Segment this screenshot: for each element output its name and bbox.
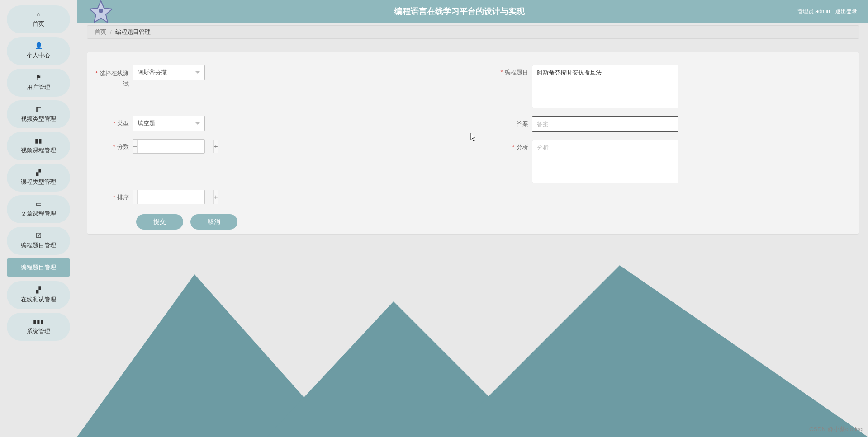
- submit-button[interactable]: 提交: [136, 214, 183, 230]
- sidebar-item-label: 编程题目管理: [21, 241, 56, 249]
- question-textarea[interactable]: [532, 65, 678, 108]
- sidebar-item-label: 用户管理: [27, 83, 50, 91]
- sidebar-item-label: 视频类型管理: [21, 115, 56, 123]
- sidebar-item-label: 系统管理: [27, 327, 50, 335]
- sidebar-item-label: 课程类型管理: [21, 178, 56, 186]
- header-decoration: [77, 0, 122, 23]
- select-value: 阿斯蒂芬撒: [138, 68, 167, 76]
- score-increment[interactable]: +: [213, 140, 218, 153]
- svg-point-1: [99, 9, 103, 13]
- label-order: 排序: [92, 190, 133, 202]
- sidebar-item-label: 视频课程管理: [21, 146, 56, 155]
- breadcrumb: 首页 / 编程题目管理: [87, 25, 859, 39]
- home-icon: ⌂: [37, 11, 40, 17]
- order-stepper[interactable]: − +: [133, 190, 205, 204]
- sidebar-subitem-problem-mgmt[interactable]: 编程题目管理: [7, 258, 70, 277]
- order-increment[interactable]: +: [213, 190, 218, 204]
- breadcrumb-home[interactable]: 首页: [95, 28, 106, 36]
- sidebar-item-profile[interactable]: 👤 个人中心: [7, 37, 70, 65]
- book-icon: ▮▮: [35, 137, 42, 144]
- select-value: 填空题: [138, 119, 155, 127]
- mountain-decoration: [77, 247, 868, 437]
- sidebar-item-video-type[interactable]: ▦ 视频类型管理: [7, 100, 70, 128]
- sidebar-item-article-course[interactable]: ▭ 文章课程管理: [7, 195, 70, 223]
- sidebar-item-label: 在线测试管理: [21, 296, 56, 304]
- logout-link[interactable]: 退出登录: [835, 8, 857, 15]
- sidebar-item-online-test[interactable]: ▞ 在线测试管理: [7, 281, 70, 309]
- page-title: 编程语言在线学习平台的设计与实现: [122, 6, 797, 17]
- sidebar-item-problem-mgmt[interactable]: ☑ 编程题目管理: [7, 227, 70, 255]
- order-decrement[interactable]: −: [133, 190, 138, 204]
- score-stepper[interactable]: − +: [133, 139, 205, 154]
- sidebar-item-system[interactable]: ▮▮▮ 系统管理: [7, 313, 70, 341]
- svg-marker-2: [77, 274, 339, 437]
- sidebar-item-course-type[interactable]: ▞ 课程类型管理: [7, 164, 70, 192]
- sidebar-item-label: 文章课程管理: [21, 210, 56, 218]
- label-question: 编程题目: [491, 65, 532, 76]
- sidebar-item-label: 首页: [33, 20, 44, 28]
- analysis-textarea-wrap: [532, 140, 678, 183]
- watermark: CSDN @小蔡coding: [809, 425, 863, 433]
- answer-input[interactable]: [537, 117, 665, 131]
- flag-icon: ⚑: [36, 74, 42, 80]
- answer-input-wrap: [532, 116, 678, 132]
- score-decrement[interactable]: −: [133, 140, 138, 153]
- label-analysis: 分析: [491, 140, 532, 151]
- label-type: 类型: [92, 116, 133, 127]
- bars-icon: ▮▮▮: [33, 318, 44, 324]
- breadcrumb-separator: /: [110, 29, 112, 36]
- sidebar: ⌂ 首页 👤 个人中心 ⚑ 用户管理 ▦ 视频类型管理 ▮▮ 视频课程管理 ▞ …: [0, 0, 77, 437]
- sidebar-item-video-course[interactable]: ▮▮ 视频课程管理: [7, 132, 70, 160]
- cancel-button[interactable]: 取消: [190, 214, 237, 230]
- score-input[interactable]: [138, 140, 213, 153]
- order-input[interactable]: [138, 190, 213, 204]
- user-icon: 👤: [35, 42, 43, 49]
- sidebar-subitem-label: 编程题目管理: [21, 263, 56, 272]
- svg-marker-4: [448, 265, 868, 437]
- grid-icon: ▦: [36, 106, 42, 112]
- header-right: 管理员 admin 退出登录: [797, 8, 868, 15]
- sidebar-item-user-mgmt[interactable]: ⚑ 用户管理: [7, 69, 70, 97]
- label-answer: 答案: [491, 116, 532, 128]
- header: 编程语言在线学习平台的设计与实现 管理员 admin 退出登录: [77, 0, 868, 23]
- label-select-test: 选择在线测试: [92, 65, 133, 89]
- check-icon: ☑: [36, 232, 42, 239]
- flower-icon: [85, 0, 117, 23]
- select-type[interactable]: 填空题: [133, 116, 205, 131]
- admin-label[interactable]: 管理员 admin: [797, 8, 830, 15]
- tiles-icon: ▞: [36, 169, 41, 175]
- tiles-icon: ▞: [36, 287, 41, 293]
- briefcase-icon: ▭: [36, 201, 42, 207]
- breadcrumb-current: 编程题目管理: [115, 28, 151, 36]
- form-panel: 选择在线测试 阿斯蒂芬撒 类型 填空题 分数 − +: [87, 52, 859, 235]
- select-online-test[interactable]: 阿斯蒂芬撒: [133, 65, 205, 80]
- sidebar-item-label: 个人中心: [27, 52, 50, 60]
- analysis-textarea[interactable]: [532, 140, 678, 183]
- sidebar-item-home[interactable]: ⌂ 首页: [7, 5, 70, 33]
- question-textarea-wrap: [532, 65, 678, 108]
- svg-marker-3: [267, 301, 529, 437]
- label-score: 分数: [92, 139, 133, 151]
